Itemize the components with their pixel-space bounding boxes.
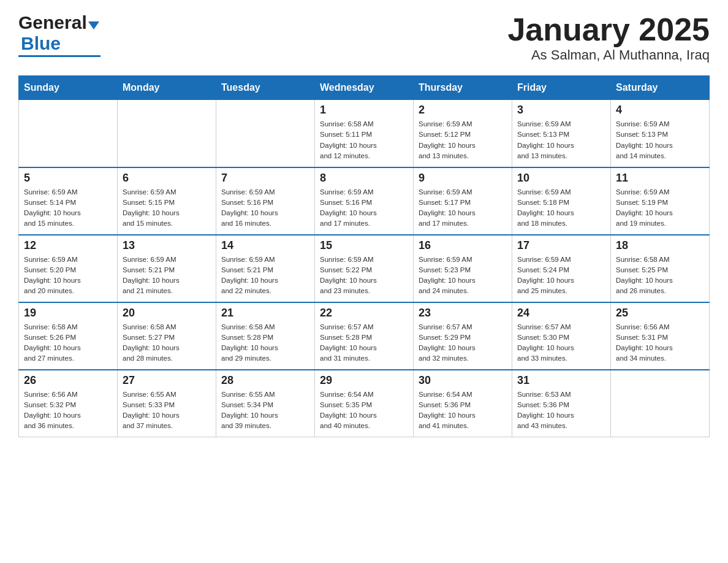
day-info: Sunrise: 6:57 AM Sunset: 5:29 PM Dayligh… — [419, 322, 507, 364]
day-number: 1 — [320, 104, 408, 117]
day-info: Sunrise: 6:59 AM Sunset: 5:16 PM Dayligh… — [221, 187, 309, 229]
calendar-cell: 22Sunrise: 6:57 AM Sunset: 5:28 PM Dayli… — [315, 302, 414, 370]
day-number: 30 — [419, 374, 507, 387]
calendar-cell: 26Sunrise: 6:56 AM Sunset: 5:32 PM Dayli… — [19, 370, 118, 437]
calendar-week-5: 26Sunrise: 6:56 AM Sunset: 5:32 PM Dayli… — [19, 370, 710, 437]
day-number: 11 — [616, 172, 704, 185]
day-info: Sunrise: 6:59 AM Sunset: 5:15 PM Dayligh… — [123, 187, 211, 229]
day-number: 28 — [221, 374, 309, 387]
day-number: 19 — [24, 307, 112, 320]
calendar-cell: 1Sunrise: 6:58 AM Sunset: 5:11 PM Daylig… — [315, 100, 414, 167]
day-header-saturday: Saturday — [611, 76, 710, 100]
day-header-sunday: Sunday — [19, 76, 118, 100]
calendar-cell: 28Sunrise: 6:55 AM Sunset: 5:34 PM Dayli… — [216, 370, 315, 437]
day-number: 9 — [419, 172, 507, 185]
day-info: Sunrise: 6:59 AM Sunset: 5:21 PM Dayligh… — [221, 255, 309, 297]
day-info: Sunrise: 6:56 AM Sunset: 5:32 PM Dayligh… — [24, 389, 112, 432]
day-info: Sunrise: 6:59 AM Sunset: 5:17 PM Dayligh… — [419, 187, 507, 229]
day-info: Sunrise: 6:57 AM Sunset: 5:28 PM Dayligh… — [320, 322, 408, 364]
day-info: Sunrise: 6:59 AM Sunset: 5:18 PM Dayligh… — [517, 187, 605, 229]
calendar-cell: 23Sunrise: 6:57 AM Sunset: 5:29 PM Dayli… — [414, 302, 512, 370]
calendar-week-2: 5Sunrise: 6:59 AM Sunset: 5:14 PM Daylig… — [19, 167, 710, 235]
calendar-cell: 11Sunrise: 6:59 AM Sunset: 5:19 PM Dayli… — [611, 167, 710, 235]
day-number: 18 — [616, 239, 704, 252]
calendar-cell: 3Sunrise: 6:59 AM Sunset: 5:13 PM Daylig… — [512, 100, 611, 167]
logo-blue-text: Blue — [21, 33, 61, 54]
calendar-cell — [19, 100, 118, 167]
calendar-subtitle: As Salman, Al Muthanna, Iraq — [507, 47, 710, 63]
day-number: 3 — [517, 104, 605, 117]
day-number: 27 — [123, 374, 211, 387]
calendar-cell: 27Sunrise: 6:55 AM Sunset: 5:33 PM Dayli… — [118, 370, 216, 437]
page-header: General Blue January 2025 As Salman, Al … — [18, 12, 710, 63]
calendar-cell: 19Sunrise: 6:58 AM Sunset: 5:26 PM Dayli… — [19, 302, 118, 370]
day-info: Sunrise: 6:59 AM Sunset: 5:14 PM Dayligh… — [24, 187, 112, 229]
day-header-thursday: Thursday — [414, 76, 512, 100]
calendar-week-3: 12Sunrise: 6:59 AM Sunset: 5:20 PM Dayli… — [19, 235, 710, 302]
calendar-cell: 14Sunrise: 6:59 AM Sunset: 5:21 PM Dayli… — [216, 235, 315, 302]
day-info: Sunrise: 6:54 AM Sunset: 5:35 PM Dayligh… — [320, 389, 408, 432]
calendar-cell: 8Sunrise: 6:59 AM Sunset: 5:16 PM Daylig… — [315, 167, 414, 235]
day-number: 7 — [221, 172, 309, 185]
day-info: Sunrise: 6:58 AM Sunset: 5:11 PM Dayligh… — [320, 119, 408, 161]
day-info: Sunrise: 6:59 AM Sunset: 5:13 PM Dayligh… — [616, 119, 704, 161]
day-info: Sunrise: 6:55 AM Sunset: 5:33 PM Dayligh… — [123, 389, 211, 432]
logo-underline — [18, 55, 100, 57]
calendar-cell: 25Sunrise: 6:56 AM Sunset: 5:31 PM Dayli… — [611, 302, 710, 370]
day-number: 6 — [123, 172, 211, 185]
calendar-cell: 12Sunrise: 6:59 AM Sunset: 5:20 PM Dayli… — [19, 235, 118, 302]
day-number: 23 — [419, 307, 507, 320]
day-number: 29 — [320, 374, 408, 387]
calendar-cell: 15Sunrise: 6:59 AM Sunset: 5:22 PM Dayli… — [315, 235, 414, 302]
day-header-wednesday: Wednesday — [315, 76, 414, 100]
day-number: 13 — [123, 239, 211, 252]
day-info: Sunrise: 6:53 AM Sunset: 5:36 PM Dayligh… — [517, 389, 605, 432]
day-info: Sunrise: 6:58 AM Sunset: 5:26 PM Dayligh… — [24, 322, 112, 364]
day-number: 2 — [419, 104, 507, 117]
day-info: Sunrise: 6:58 AM Sunset: 5:28 PM Dayligh… — [221, 322, 309, 364]
day-info: Sunrise: 6:59 AM Sunset: 5:21 PM Dayligh… — [123, 255, 211, 297]
day-info: Sunrise: 6:59 AM Sunset: 5:16 PM Dayligh… — [320, 187, 408, 229]
day-info: Sunrise: 6:59 AM Sunset: 5:19 PM Dayligh… — [616, 187, 704, 229]
day-info: Sunrise: 6:58 AM Sunset: 5:25 PM Dayligh… — [616, 255, 704, 297]
calendar-week-4: 19Sunrise: 6:58 AM Sunset: 5:26 PM Dayli… — [19, 302, 710, 370]
calendar-cell: 2Sunrise: 6:59 AM Sunset: 5:12 PM Daylig… — [414, 100, 512, 167]
day-header-friday: Friday — [512, 76, 611, 100]
day-info: Sunrise: 6:59 AM Sunset: 5:22 PM Dayligh… — [320, 255, 408, 297]
title-block: January 2025 As Salman, Al Muthanna, Ira… — [507, 12, 710, 63]
calendar-header-row: SundayMondayTuesdayWednesdayThursdayFrid… — [19, 76, 710, 100]
day-info: Sunrise: 6:54 AM Sunset: 5:36 PM Dayligh… — [419, 389, 507, 432]
day-number: 12 — [24, 239, 112, 252]
day-number: 4 — [616, 104, 704, 117]
day-info: Sunrise: 6:59 AM Sunset: 5:13 PM Dayligh… — [517, 119, 605, 161]
day-number: 16 — [419, 239, 507, 252]
day-number: 15 — [320, 239, 408, 252]
calendar-cell: 21Sunrise: 6:58 AM Sunset: 5:28 PM Dayli… — [216, 302, 315, 370]
day-number: 8 — [320, 172, 408, 185]
calendar-cell: 7Sunrise: 6:59 AM Sunset: 5:16 PM Daylig… — [216, 167, 315, 235]
calendar-title: January 2025 — [507, 12, 710, 47]
logo-general-text: General — [18, 12, 87, 33]
day-number: 22 — [320, 307, 408, 320]
day-number: 26 — [24, 374, 112, 387]
day-number: 10 — [517, 172, 605, 185]
day-info: Sunrise: 6:58 AM Sunset: 5:27 PM Dayligh… — [123, 322, 211, 364]
logo-triangle-icon — [88, 21, 99, 29]
calendar-week-1: 1Sunrise: 6:58 AM Sunset: 5:11 PM Daylig… — [19, 100, 710, 167]
calendar-cell: 18Sunrise: 6:58 AM Sunset: 5:25 PM Dayli… — [611, 235, 710, 302]
logo: General Blue — [18, 12, 100, 57]
day-info: Sunrise: 6:59 AM Sunset: 5:24 PM Dayligh… — [517, 255, 605, 297]
day-number: 24 — [517, 307, 605, 320]
day-header-monday: Monday — [118, 76, 216, 100]
calendar-cell: 9Sunrise: 6:59 AM Sunset: 5:17 PM Daylig… — [414, 167, 512, 235]
day-info: Sunrise: 6:59 AM Sunset: 5:12 PM Dayligh… — [419, 119, 507, 161]
calendar-cell — [118, 100, 216, 167]
day-info: Sunrise: 6:57 AM Sunset: 5:30 PM Dayligh… — [517, 322, 605, 364]
calendar-table: SundayMondayTuesdayWednesdayThursdayFrid… — [18, 75, 710, 437]
calendar-cell: 31Sunrise: 6:53 AM Sunset: 5:36 PM Dayli… — [512, 370, 611, 437]
calendar-cell: 16Sunrise: 6:59 AM Sunset: 5:23 PM Dayli… — [414, 235, 512, 302]
day-number: 25 — [616, 307, 704, 320]
day-number: 20 — [123, 307, 211, 320]
day-number: 14 — [221, 239, 309, 252]
day-header-tuesday: Tuesday — [216, 76, 315, 100]
